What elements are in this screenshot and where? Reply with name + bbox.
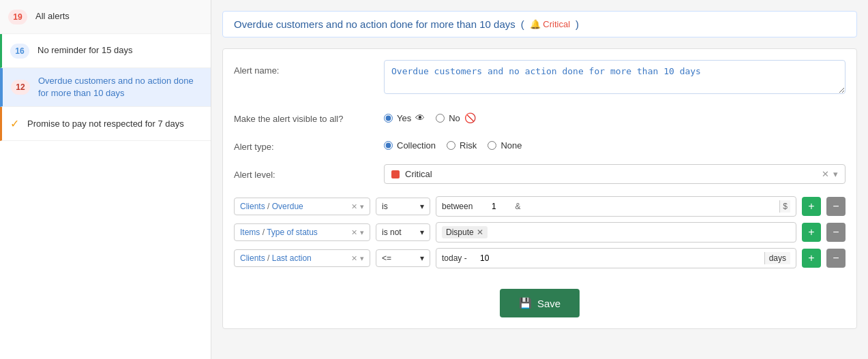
cond-field-3-part2: Last action — [272, 253, 312, 263]
cond-between-label: between — [442, 202, 473, 211]
alert-level-control: Critical ✕ ▾ — [384, 164, 845, 184]
sidebar-checkmark-promise: ✓ — [10, 117, 19, 130]
sidebar-badge-all-alerts: 19 — [8, 10, 27, 25]
condition-row-3: Clients / Last action ✕ ▾ <= ▾ today - — [234, 248, 845, 268]
days-label: days — [764, 252, 790, 264]
visible-yes-input[interactable] — [384, 114, 393, 123]
visible-control: Yes 👁 No 🚫 — [384, 108, 845, 123]
sidebar-item-no-reminder[interactable]: 16 No reminder for 15 days — [0, 34, 211, 68]
visible-yes-label: Yes — [397, 113, 411, 123]
alert-title-bar: Overdue customers and no action done for… — [222, 11, 857, 37]
alert-name-row: Alert name: Overdue customers and no act… — [234, 60, 845, 96]
cond-add-btn-1[interactable]: + — [802, 197, 821, 216]
cond-remove-btn-3[interactable]: − — [826, 249, 845, 268]
cond-field-1-part2: Overdue — [272, 202, 303, 211]
alert-type-risk-label: Risk — [460, 140, 477, 151]
eye-icon: 👁 — [415, 112, 425, 123]
cond-chevron-icon-1[interactable]: ▾ — [360, 202, 364, 211]
cond-field-1[interactable]: Clients / Overdue ✕ ▾ — [234, 198, 370, 215]
visible-yes-radio[interactable]: Yes 👁 — [384, 112, 425, 123]
visible-row: Make the alert visible to all? Yes 👁 No … — [234, 108, 845, 124]
critical-dot-icon — [391, 170, 400, 178]
cond-remove-btn-1[interactable]: − — [826, 197, 845, 216]
sidebar-label-all-alerts: All alerts — [35, 10, 70, 22]
alert-type-none-label: None — [500, 140, 522, 151]
select-icons: ✕ ▾ — [822, 169, 838, 179]
alert-name-input[interactable]: Overdue customers and no action done for… — [384, 60, 845, 94]
cond-field-1-text: Clients / Overdue — [240, 202, 303, 211]
cond-field-3[interactable]: Clients / Last action ✕ ▾ — [234, 249, 370, 267]
cond-op-2-chevron: ▾ — [420, 228, 424, 237]
condition-area: Clients / Overdue ✕ ▾ is ▾ between — [234, 196, 845, 268]
alert-type-none-input[interactable] — [488, 141, 496, 150]
cond-field-2-part2: Type of status — [267, 228, 318, 237]
cond-field-3-icons: ✕ ▾ — [351, 254, 364, 263]
cond-op-1-text: is — [382, 202, 388, 211]
cond-value-2: Dispute ✕ — [436, 222, 796, 243]
cond-field-2-text: Items / Type of status — [240, 228, 318, 237]
cond-remove-btn-2[interactable]: − — [826, 223, 845, 242]
form-section: Alert name: Overdue customers and no act… — [222, 48, 857, 329]
visible-no-input[interactable] — [436, 114, 445, 123]
sidebar-item-promise-to-pay[interactable]: ✓ Promise to pay not respected for 7 day… — [0, 107, 211, 141]
cond-field-3-part1: Clients — [240, 253, 265, 263]
cond-value-1: between & $ — [436, 196, 796, 217]
sidebar-label-no-reminder: No reminder for 15 days — [38, 44, 132, 57]
cond-clear-icon-1[interactable]: ✕ — [351, 202, 357, 211]
clear-icon[interactable]: ✕ — [822, 169, 829, 179]
cond-clear-icon-2[interactable]: ✕ — [351, 228, 357, 237]
save-label: Save — [537, 298, 560, 309]
sidebar-badge-overdue: 12 — [11, 80, 30, 95]
cond-field-2-part1: Items — [240, 228, 260, 237]
cond-field-2[interactable]: Items / Type of status ✕ ▾ — [234, 223, 370, 241]
cond-op-1-chevron: ▾ — [420, 202, 424, 211]
save-area: 💾 Save — [234, 289, 845, 317]
alert-level-value: Critical — [405, 169, 432, 179]
sidebar: 19 All alerts 16 No reminder for 15 days… — [0, 0, 211, 359]
alert-type-collection-label: Collection — [397, 140, 436, 151]
visible-no-label: No — [449, 113, 460, 123]
alert-type-control: Collection Risk None — [384, 136, 845, 151]
cond-value-1-from[interactable] — [477, 202, 511, 211]
critical-badge: 🔔 Critical — [530, 19, 570, 29]
alert-level-select[interactable]: Critical ✕ ▾ — [384, 164, 845, 184]
cond-amp: & — [515, 202, 520, 211]
alert-type-collection-input[interactable] — [384, 141, 393, 150]
alert-type-risk-input[interactable] — [447, 141, 455, 150]
cond-op-2[interactable]: is not ▾ — [376, 223, 430, 241]
cond-value-3: today - days — [436, 248, 796, 268]
alert-type-collection[interactable]: Collection — [384, 140, 436, 151]
alert-level-row: Alert level: Critical ✕ ▾ — [234, 164, 845, 184]
cond-chevron-icon-3[interactable]: ▾ — [360, 254, 364, 263]
cond-field-3-text: Clients / Last action — [240, 253, 312, 263]
cond-add-btn-3[interactable]: + — [802, 249, 821, 268]
save-icon: 💾 — [519, 297, 532, 309]
cond-clear-icon-3[interactable]: ✕ — [351, 254, 357, 263]
visible-no-radio[interactable]: No 🚫 — [436, 112, 476, 123]
alert-title-text: Overdue customers and no action done for… — [234, 18, 515, 30]
cond-value-1-to[interactable] — [524, 202, 775, 211]
cond-chevron-icon-2[interactable]: ▾ — [360, 228, 364, 237]
sidebar-item-overdue-customers[interactable]: 12 Overdue customers and no action done … — [0, 68, 211, 107]
cond-field-1-icons: ✕ ▾ — [351, 202, 364, 211]
cond-field-2-icons: ✕ ▾ — [351, 228, 364, 237]
alert-type-row: Alert type: Collection Risk None — [234, 136, 845, 152]
sidebar-item-all-alerts[interactable]: 19 All alerts — [0, 0, 211, 34]
sidebar-label-overdue: Overdue customers and no action done for… — [38, 75, 203, 99]
alert-type-risk[interactable]: Risk — [447, 140, 477, 151]
cond-value-3-days[interactable] — [471, 253, 498, 263]
condition-row-1: Clients / Overdue ✕ ▾ is ▾ between — [234, 196, 845, 217]
dispute-tag-remove[interactable]: ✕ — [477, 228, 483, 237]
alert-title-paren-open: ( — [521, 18, 524, 30]
alert-name-control: Overdue customers and no action done for… — [384, 60, 845, 96]
cond-add-btn-2[interactable]: + — [802, 223, 821, 242]
cond-op-1[interactable]: is ▾ — [376, 198, 430, 215]
alert-type-none[interactable]: None — [488, 140, 522, 151]
save-button[interactable]: 💾 Save — [500, 289, 580, 317]
dispute-tag-label: Dispute — [446, 228, 474, 237]
cond-op-3-chevron: ▾ — [420, 253, 424, 263]
cond-op-3[interactable]: <= ▾ — [376, 249, 430, 267]
cond-currency: $ — [779, 200, 790, 213]
chevron-down-icon[interactable]: ▾ — [833, 169, 838, 179]
cond-op-3-text: <= — [382, 253, 391, 263]
